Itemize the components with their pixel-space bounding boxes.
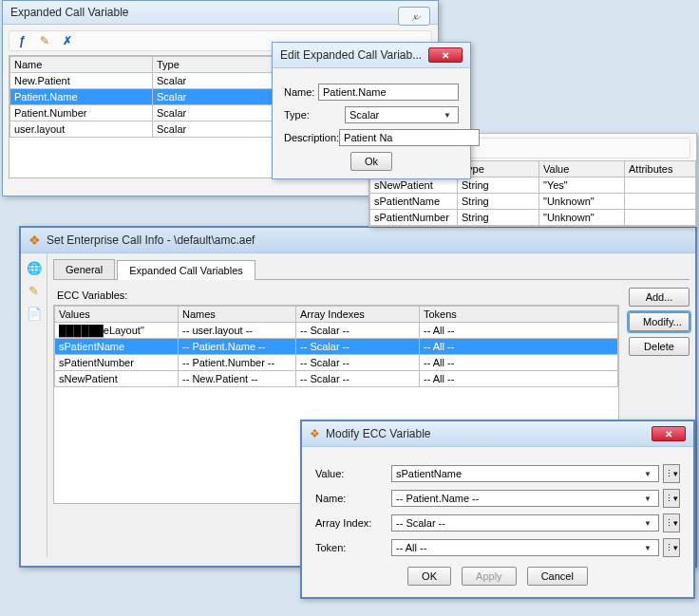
window-title: Edit Expanded Call Variab... xyxy=(280,48,422,62)
tabbar: General Expanded Call Variables xyxy=(53,259,690,280)
close-icon[interactable]: 𝔁 xyxy=(398,7,430,26)
window-titlebar: Edit Expanded Call Variab... ✕ xyxy=(273,43,470,68)
value-combo[interactable]: sPatientName▼ xyxy=(391,465,659,482)
chevron-down-icon: ▼ xyxy=(641,470,654,478)
token-combo[interactable]: -- All --▼ xyxy=(391,539,659,556)
close-icon[interactable]: ✕ xyxy=(428,47,463,63)
table-row[interactable]: sPatientName-- Patient.Name ---- Scalar … xyxy=(55,339,618,355)
description-input[interactable] xyxy=(339,129,480,146)
chevron-down-icon: ▼ xyxy=(641,519,654,528)
app-icon: ❖ xyxy=(310,427,320,440)
col-attributes[interactable]: Attributes xyxy=(625,161,696,177)
table-row[interactable]: ██████eLayout"-- user.layout ---- Scalar… xyxy=(55,323,618,339)
document-icon[interactable]: 📄 xyxy=(26,305,43,322)
window-title: Expanded Call Variable xyxy=(10,6,129,19)
col-values[interactable]: Values xyxy=(55,307,179,323)
window-titlebar: ❖ Modify ECC Variable ✕ xyxy=(302,421,693,447)
delete-icon[interactable]: ✗ xyxy=(61,34,74,47)
window-title: Modify ECC Variable xyxy=(326,427,430,440)
apply-button[interactable]: Apply xyxy=(462,567,517,586)
col-value[interactable]: Value xyxy=(539,161,625,177)
table-row[interactable]: sNewPatientString"Yes" xyxy=(370,177,696,194)
type-combo[interactable]: Scalar▼ xyxy=(345,106,459,123)
name-label: Name: xyxy=(284,86,318,98)
table-row[interactable]: sPatientNumberString"Unknown" xyxy=(370,210,696,226)
name-label: Name: xyxy=(315,493,391,504)
window-titlebar: Expanded Call Variable xyxy=(3,1,438,25)
description-label: Description: xyxy=(284,132,339,143)
name-input[interactable] xyxy=(318,84,459,101)
name-combo[interactable]: -- Patient.Name --▼ xyxy=(391,490,659,507)
button-column: Add... Modify... Delete xyxy=(629,288,690,362)
table-row[interactable]: sPatientNameString"Unknown" xyxy=(370,194,696,210)
col-name[interactable]: Name xyxy=(10,57,153,73)
pencil-icon[interactable]: ✎ xyxy=(26,282,43,299)
world-icon[interactable]: 🌐 xyxy=(26,259,43,276)
col-array-indexes[interactable]: Array Indexes xyxy=(296,307,420,323)
table-row[interactable]: sPatientNumber-- Patient.Number ---- Sca… xyxy=(55,355,618,371)
modify-ecc-dialog: ❖ Modify ECC Variable ✕ Value: sPatientN… xyxy=(300,420,695,599)
app-icon: ❖ Set Enterprise Call Info - \default\am… xyxy=(28,233,255,248)
window-titlebar: ❖ Set Enterprise Call Info - \default\am… xyxy=(21,228,695,253)
col-names[interactable]: Names xyxy=(179,307,296,323)
pencil-icon[interactable]: ✎ xyxy=(38,34,51,47)
chevron-down-icon: ▼ xyxy=(641,495,654,503)
window-title: Set Enterprise Call Info - \default\amc.… xyxy=(47,233,255,247)
ecc-variables-label: ECC Variables: xyxy=(57,289,686,301)
cancel-button[interactable]: Cancel xyxy=(527,567,588,586)
picker-button[interactable]: ⋮▾ xyxy=(663,489,680,508)
ok-button[interactable]: Ok xyxy=(350,152,392,171)
close-icon[interactable]: ✕ xyxy=(652,426,686,441)
delete-button[interactable]: Delete xyxy=(629,337,690,356)
modify-button[interactable]: Modify... xyxy=(629,312,690,331)
ok-button[interactable]: OK xyxy=(407,567,451,586)
chevron-down-icon: ▼ xyxy=(641,544,654,552)
value-label: Value: xyxy=(315,468,391,479)
picker-button[interactable]: ⋮▾ xyxy=(663,513,680,532)
array-index-label: Array Index: xyxy=(315,517,391,529)
add-button[interactable]: Add... xyxy=(629,288,690,307)
col-tokens[interactable]: Tokens xyxy=(420,307,618,323)
ecc-table[interactable]: Values Names Array Indexes Tokens ██████… xyxy=(54,306,618,387)
array-index-combo[interactable]: -- Scalar --▼ xyxy=(391,514,659,532)
sidebar: 🌐 ✎ 📄 xyxy=(21,253,47,557)
picker-button[interactable]: ⋮▾ xyxy=(663,464,680,483)
table-row[interactable]: sNewPatient-- New.Patient ---- Scalar --… xyxy=(55,371,618,387)
tab-expanded-call-variables[interactable]: Expanded Call Variables xyxy=(117,260,255,280)
picker-button[interactable]: ⋮▾ xyxy=(663,538,680,557)
chevron-down-icon: ▼ xyxy=(441,111,454,120)
edit-ecv-dialog: Edit Expanded Call Variab... ✕ Name: Typ… xyxy=(272,42,471,179)
tab-general[interactable]: General xyxy=(53,259,115,279)
fx-icon[interactable]: ƒ xyxy=(15,34,28,47)
token-label: Token: xyxy=(315,542,391,553)
type-label: Type: xyxy=(284,109,345,121)
